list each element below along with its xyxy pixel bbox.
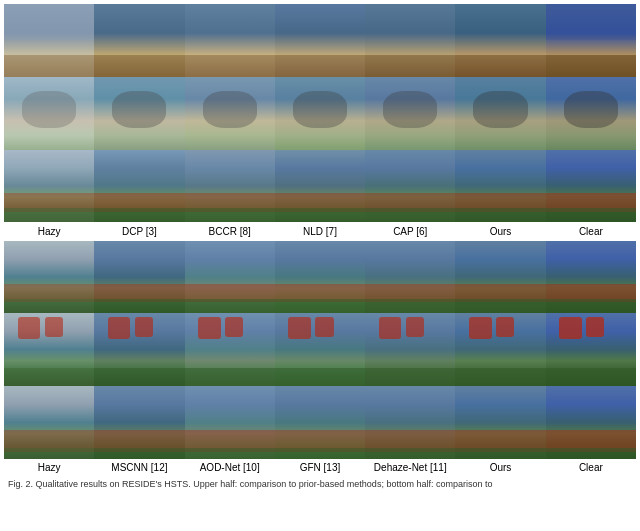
figure-caption: Fig. 2. Qualitative results on RESIDE's …: [4, 477, 636, 503]
image-row-3: [4, 150, 636, 223]
cell-r1c1: [4, 4, 94, 77]
cell-r2c1: [4, 77, 94, 150]
cell-r3c2: [94, 150, 184, 223]
cell-r5c3: [185, 313, 275, 386]
label-gfn: GFN [13]: [275, 462, 365, 473]
cell-r2c7: [546, 77, 636, 150]
cell-r1c2: [94, 4, 184, 77]
label-cap: CAP [6]: [365, 226, 455, 237]
top-section: Hazy DCP [3] BCCR [8] NLD [7] CAP [6] Ou…: [4, 4, 636, 241]
label-aod-net: AOD-Net [10]: [185, 462, 275, 473]
cell-r3c5: [365, 150, 455, 223]
cell-r5c5: [365, 313, 455, 386]
label-clear-bottom: Clear: [546, 462, 636, 473]
cell-r5c6: [455, 313, 545, 386]
cell-r1c3: [185, 4, 275, 77]
cell-r4c2: [94, 241, 184, 314]
bottom-section: Hazy MSCNN [12] AOD-Net [10] GFN [13] De…: [4, 241, 636, 478]
cell-r6c7: [546, 386, 636, 459]
cell-r6c4: [275, 386, 365, 459]
label-nld: NLD [7]: [275, 226, 365, 237]
image-row-2: [4, 77, 636, 150]
cell-r2c6: [455, 77, 545, 150]
top-label-row: Hazy DCP [3] BCCR [8] NLD [7] CAP [6] Ou…: [4, 222, 636, 240]
cell-r3c1: [4, 150, 94, 223]
image-row-4: [4, 241, 636, 314]
figure-container: Hazy DCP [3] BCCR [8] NLD [7] CAP [6] Ou…: [0, 0, 640, 531]
cell-r4c7: [546, 241, 636, 314]
cell-r3c7: [546, 150, 636, 223]
label-hazy-bottom: Hazy: [4, 462, 94, 473]
cell-r1c6: [455, 4, 545, 77]
cell-r4c1: [4, 241, 94, 314]
cell-r6c3: [185, 386, 275, 459]
label-mscnn: MSCNN [12]: [94, 462, 184, 473]
cell-r2c2: [94, 77, 184, 150]
label-ours-top: Ours: [455, 226, 545, 237]
cell-r1c7: [546, 4, 636, 77]
cell-r6c6: [455, 386, 545, 459]
cell-r2c4: [275, 77, 365, 150]
cell-r5c1: [4, 313, 94, 386]
cell-r6c5: [365, 386, 455, 459]
cell-r4c6: [455, 241, 545, 314]
label-bccr: BCCR [8]: [185, 226, 275, 237]
cell-r1c4: [275, 4, 365, 77]
image-row-6: [4, 386, 636, 459]
cell-r4c4: [275, 241, 365, 314]
cell-r5c7: [546, 313, 636, 386]
cell-r5c4: [275, 313, 365, 386]
cell-r2c5: [365, 77, 455, 150]
image-row-5: [4, 313, 636, 386]
label-dcp: DCP [3]: [94, 226, 184, 237]
cell-r3c6: [455, 150, 545, 223]
cell-r3c3: [185, 150, 275, 223]
label-clear-top: Clear: [546, 226, 636, 237]
cell-r2c3: [185, 77, 275, 150]
label-ours-bottom: Ours: [455, 462, 545, 473]
label-dehaze-net: Dehaze-Net [11]: [365, 462, 455, 473]
cell-r6c2: [94, 386, 184, 459]
cell-r1c5: [365, 4, 455, 77]
label-hazy-top: Hazy: [4, 226, 94, 237]
cell-r5c2: [94, 313, 184, 386]
cell-r6c1: [4, 386, 94, 459]
image-row-1: [4, 4, 636, 77]
cell-r3c4: [275, 150, 365, 223]
cell-r4c5: [365, 241, 455, 314]
bottom-label-row: Hazy MSCNN [12] AOD-Net [10] GFN [13] De…: [4, 459, 636, 477]
cell-r4c3: [185, 241, 275, 314]
